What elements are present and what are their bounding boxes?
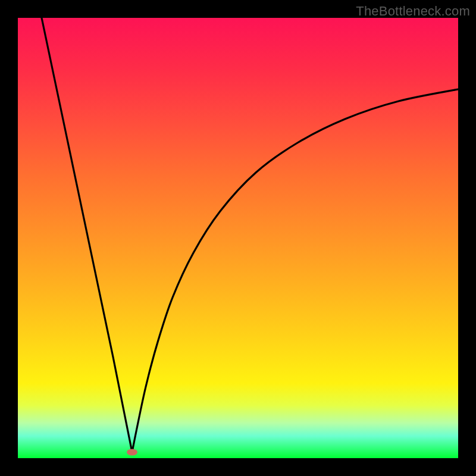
curve-path [42, 18, 458, 452]
minimum-marker [127, 449, 137, 456]
bottleneck-curve [18, 18, 458, 458]
watermark-text: TheBottleneck.com [356, 4, 470, 19]
plot-area [18, 18, 458, 458]
